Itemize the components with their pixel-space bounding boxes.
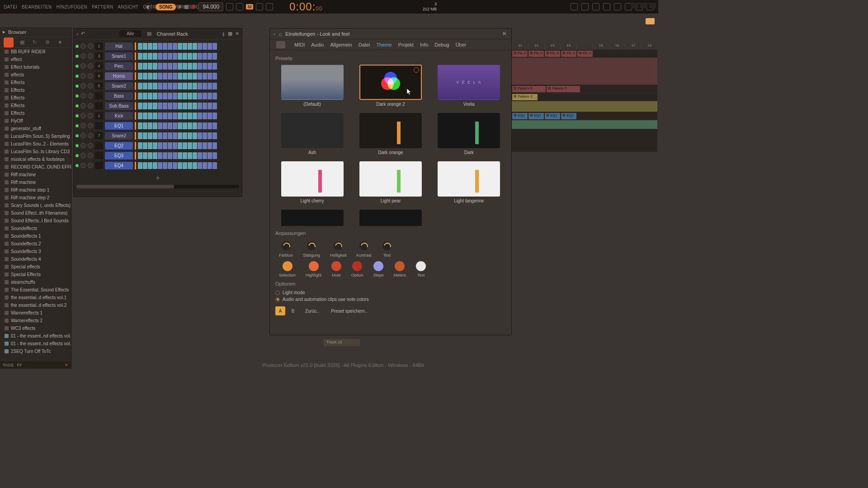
step[interactable]: [148, 152, 152, 159]
knob-sättigung[interactable]: Sättigung: [303, 240, 320, 258]
step[interactable]: [153, 63, 157, 70]
step[interactable]: [208, 113, 212, 119]
browser-tree[interactable]: BB RUFF RIDEReffectEffect tutorialseffec…: [0, 48, 71, 361]
step[interactable]: [183, 83, 187, 89]
step[interactable]: [173, 43, 177, 50]
step[interactable]: [143, 162, 147, 169]
channel-number[interactable]: 1: [95, 42, 103, 50]
step[interactable]: [148, 73, 152, 80]
step[interactable]: [148, 113, 152, 119]
color-text[interactable]: Text: [416, 261, 426, 277]
step[interactable]: [203, 113, 207, 119]
channel-name[interactable]: EQ4: [105, 162, 133, 169]
step[interactable]: [173, 83, 177, 89]
channel-name[interactable]: Snare2: [105, 82, 133, 90]
step[interactable]: [198, 73, 202, 80]
browser-item[interactable]: Effects: [0, 94, 71, 102]
step[interactable]: [138, 93, 142, 99]
step[interactable]: [143, 43, 147, 50]
step[interactable]: [198, 122, 202, 129]
preset-ash[interactable]: Ash: [275, 113, 349, 155]
tab-über[interactable]: Über: [456, 42, 467, 47]
render-icon[interactable]: [592, 3, 599, 10]
step[interactable]: [203, 162, 207, 169]
snap-value[interactable]: 32: [246, 4, 253, 9]
step[interactable]: [193, 73, 197, 80]
step[interactable]: [208, 53, 212, 60]
tag-item[interactable]: FF: [17, 363, 22, 367]
channel-number[interactable]: 3: [95, 52, 103, 60]
step[interactable]: [188, 142, 192, 149]
step[interactable]: [153, 162, 157, 169]
color-swatch[interactable]: [373, 261, 383, 271]
step[interactable]: [178, 152, 182, 159]
step[interactable]: [208, 142, 212, 149]
knob-dial[interactable]: [382, 240, 392, 251]
channel-selector[interactable]: [135, 72, 136, 80]
delete-preset-icon[interactable]: [414, 67, 419, 73]
step[interactable]: [138, 103, 142, 109]
step[interactable]: [183, 132, 187, 139]
color-swatch[interactable]: [395, 261, 405, 271]
step[interactable]: [188, 103, 192, 109]
pan-knob[interactable]: [80, 163, 86, 168]
vol-knob[interactable]: [88, 153, 93, 158]
pan-knob[interactable]: [80, 93, 86, 99]
step[interactable]: [173, 113, 177, 119]
step[interactable]: [193, 142, 197, 149]
channel-number[interactable]: 5: [95, 82, 103, 89]
step[interactable]: [138, 122, 142, 129]
pan-knob[interactable]: [80, 83, 86, 89]
channel-number[interactable]: 4: [95, 62, 103, 70]
channel-number[interactable]: [95, 102, 103, 109]
step[interactable]: [208, 73, 212, 80]
browser-item[interactable]: Warnereffects 2: [0, 317, 71, 324]
step[interactable]: [163, 93, 167, 99]
browser-item[interactable]: 2SEQ Turn Off ToTc: [0, 347, 71, 355]
browser-item[interactable]: Effects: [0, 79, 71, 86]
step[interactable]: [143, 132, 147, 139]
step[interactable]: [193, 93, 197, 99]
step[interactable]: [193, 152, 197, 159]
channel-name[interactable]: EQ1: [105, 122, 133, 130]
vol-knob[interactable]: [88, 103, 93, 108]
browser-item[interactable]: WC3 effects: [0, 324, 71, 332]
knob-text[interactable]: Text: [382, 240, 392, 258]
step[interactable]: [168, 103, 172, 109]
pan-knob[interactable]: [80, 43, 86, 49]
pan-knob[interactable]: [80, 153, 86, 158]
browser-item[interactable]: LucasFilm Soun..5) Sampling: [0, 132, 71, 140]
channel-scroll[interactable]: [76, 185, 239, 188]
pan-knob[interactable]: [80, 63, 86, 69]
step[interactable]: [153, 53, 157, 60]
step[interactable]: [212, 142, 217, 149]
step[interactable]: [212, 63, 217, 70]
step[interactable]: [188, 113, 192, 119]
channel-selector[interactable]: [135, 62, 136, 70]
channel-selector[interactable]: [135, 142, 136, 150]
step[interactable]: [183, 152, 187, 159]
channel-number[interactable]: 9: [95, 72, 103, 80]
browser-item[interactable]: Soundeffects 2: [0, 240, 71, 248]
channel-number[interactable]: 1: [95, 112, 103, 119]
step[interactable]: [173, 93, 177, 99]
vol-knob[interactable]: [88, 143, 93, 148]
clip[interactable]: ⊞ Pa..n 1: [512, 51, 528, 57]
browser-item[interactable]: The Essential..Sound Effects: [0, 286, 71, 294]
step[interactable]: [212, 162, 217, 169]
step[interactable]: [138, 63, 142, 70]
knob-farbton[interactable]: Farbton: [279, 240, 293, 258]
step[interactable]: [203, 73, 207, 80]
step[interactable]: [158, 142, 162, 149]
step[interactable]: [178, 73, 182, 80]
step[interactable]: [143, 113, 147, 119]
step[interactable]: [212, 132, 217, 139]
preset-light-cherry[interactable]: Light cherry: [275, 161, 349, 203]
channel-name[interactable]: EQ2: [105, 142, 133, 150]
browser-item[interactable]: Soundeffects 4: [0, 255, 71, 263]
vol-knob[interactable]: [88, 113, 93, 118]
step[interactable]: [168, 63, 172, 70]
step[interactable]: [143, 103, 147, 109]
step[interactable]: [203, 63, 207, 70]
tab-info[interactable]: Info: [420, 42, 428, 47]
